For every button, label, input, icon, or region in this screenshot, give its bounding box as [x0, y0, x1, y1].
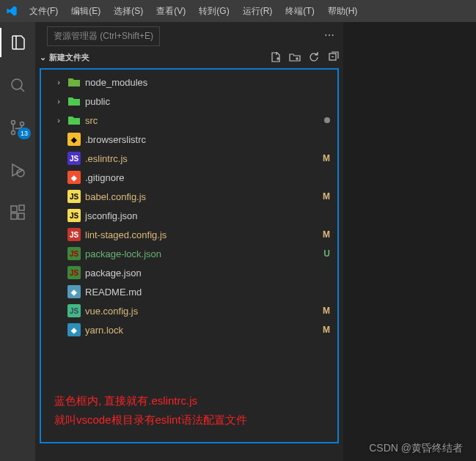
file-name: yarn.lock — [85, 325, 318, 336]
menu-item[interactable]: 文件(F) — [23, 2, 64, 21]
file-row[interactable]: ›JSjsconfig.json — [41, 206, 337, 225]
sidebar: 资源管理器 (Ctrl+Shift+E) ⋯ ⌄ 新建文件夹 ›node_mod… — [35, 22, 343, 461]
file-name: src — [85, 115, 320, 126]
svg-point-1 — [12, 121, 15, 125]
svg-point-0 — [12, 79, 22, 89]
menu-item[interactable]: 查看(V) — [150, 2, 191, 21]
editor-area — [343, 22, 476, 461]
file-name: .browserslistrc — [85, 134, 330, 145]
watermark: CSDN @黄昏终结者 — [369, 442, 463, 455]
refresh-icon[interactable] — [308, 51, 320, 63]
explorer-icon[interactable] — [0, 28, 35, 57]
git-status-badge: U — [323, 248, 330, 259]
chevron-right-icon: › — [54, 97, 63, 106]
file-type-icon: JS — [67, 228, 81, 241]
file-tree: ›node_modules›public›src›◆.browserslistr… — [40, 68, 339, 443]
extensions-icon[interactable] — [0, 198, 35, 227]
file-row[interactable]: ›JSvue.config.jsM — [41, 301, 337, 320]
git-status-badge: M — [323, 306, 330, 316]
file-type-icon: ◆ — [67, 285, 81, 298]
file-row[interactable]: ›JS.eslintrc.jsM — [41, 149, 337, 168]
file-row[interactable]: ›◆yarn.lockM — [41, 320, 337, 339]
explorer-tooltip: 资源管理器 (Ctrl+Shift+E) — [47, 26, 160, 46]
menu-item[interactable]: 编辑(E) — [65, 2, 106, 21]
svg-point-3 — [21, 122, 24, 126]
chevron-right-icon: › — [54, 78, 63, 86]
folder-icon — [67, 95, 81, 108]
title-bar: 文件(F)编辑(E)选择(S)查看(V)转到(G)运行(R)终端(T)帮助(H) — [0, 0, 476, 22]
collapse-all-icon[interactable] — [327, 51, 339, 63]
more-actions-icon[interactable]: ⋯ — [324, 29, 336, 41]
file-row[interactable]: ›◆.gitignore — [41, 168, 337, 187]
section-header[interactable]: ⌄ 新建文件夹 — [35, 48, 343, 67]
file-type-icon: JS — [67, 190, 81, 203]
git-status-badge: M — [323, 325, 330, 335]
menu-item[interactable]: 帮助(H) — [322, 2, 364, 21]
svg-point-2 — [12, 131, 15, 135]
file-type-icon: JS — [67, 304, 81, 317]
git-status-badge: M — [323, 191, 330, 202]
file-row[interactable]: ›JSpackage-lock.jsonU — [41, 244, 337, 263]
annotation-text: 蓝色框内, 直接就有.eslintrc.js 就叫vscode根目录有eslin… — [54, 391, 247, 429]
search-icon[interactable] — [0, 70, 35, 100]
file-name: .eslintrc.js — [85, 153, 318, 164]
file-row[interactable]: ›◆README.md — [41, 282, 337, 301]
file-name: lint-staged.config.js — [85, 229, 318, 240]
git-status-badge: M — [323, 153, 330, 163]
file-row[interactable]: ›◆.browserslistrc — [41, 130, 337, 149]
git-status-badge: M — [323, 229, 330, 240]
new-file-icon[interactable] — [270, 51, 282, 63]
file-type-icon: JS — [67, 266, 81, 279]
file-name: .gitignore — [85, 172, 330, 183]
file-name: public — [85, 96, 330, 107]
svg-rect-5 — [11, 206, 17, 212]
section-title: 新建文件夹 — [49, 52, 89, 63]
svg-rect-7 — [18, 213, 24, 219]
file-name: package-lock.json — [85, 248, 319, 259]
modified-dot-icon — [324, 117, 330, 123]
file-row[interactable]: ›JSlint-staged.config.jsM — [41, 225, 337, 244]
file-type-icon: JS — [67, 209, 81, 222]
menu-item[interactable]: 终端(T) — [279, 2, 320, 21]
vscode-logo-icon — [6, 5, 18, 17]
file-name: README.md — [85, 287, 330, 298]
new-folder-icon[interactable] — [289, 51, 301, 63]
file-name: babel.config.js — [85, 191, 318, 202]
svg-rect-8 — [19, 205, 24, 210]
file-name: vue.config.js — [85, 306, 318, 317]
file-name: jsconfig.json — [85, 210, 330, 221]
file-type-icon: ◆ — [67, 133, 81, 146]
folder-icon — [67, 114, 81, 127]
file-type-icon: JS — [67, 247, 81, 260]
folder-row[interactable]: ›public — [41, 92, 337, 111]
run-debug-icon[interactable] — [0, 155, 35, 185]
file-row[interactable]: ›JSbabel.config.jsM — [41, 187, 337, 206]
file-name: package.json — [85, 268, 330, 279]
menu-item[interactable]: 选择(S) — [108, 2, 149, 21]
folder-icon — [67, 75, 81, 89]
file-type-icon: ◆ — [67, 323, 81, 336]
chevron-down-icon: ⌄ — [40, 53, 46, 62]
svg-rect-6 — [11, 213, 17, 219]
main-area: 13 资源管理器 (Ctrl+Shift+E) ⋯ ⌄ 新建文件夹 — [0, 22, 476, 461]
file-name: node_modules — [85, 77, 330, 88]
folder-row[interactable]: ›src — [41, 111, 337, 130]
file-type-icon: JS — [67, 152, 81, 165]
scm-badge: 13 — [18, 128, 31, 139]
folder-row[interactable]: ›node_modules — [41, 73, 337, 92]
menu-item[interactable]: 运行(R) — [237, 2, 279, 21]
activity-bar: 13 — [0, 22, 35, 461]
file-type-icon: ◆ — [67, 171, 81, 184]
chevron-right-icon: › — [54, 116, 63, 125]
menu-item[interactable]: 转到(G) — [193, 2, 235, 21]
file-row[interactable]: ›JSpackage.json — [41, 263, 337, 282]
source-control-icon[interactable]: 13 — [0, 113, 35, 142]
